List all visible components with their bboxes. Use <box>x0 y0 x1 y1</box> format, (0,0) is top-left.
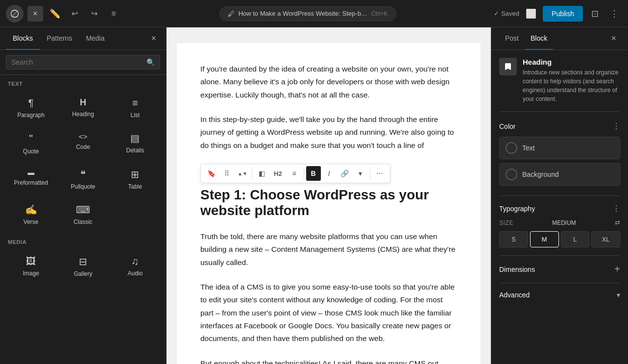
search-input-wrap: 🔍 <box>6 55 160 70</box>
heading-level-btn[interactable]: H2 <box>270 166 286 181</box>
align-text-btn[interactable]: ≡ <box>287 166 302 181</box>
undo-button[interactable]: ↩ <box>67 6 82 22</box>
pullquote-icon: ❝ <box>80 169 86 180</box>
more-options-dropdown[interactable]: ▾ <box>353 166 368 181</box>
size-adjust-button[interactable]: ⇄ <box>615 219 620 226</box>
quote-icon: " <box>29 132 33 145</box>
drag-handle-btn[interactable]: ⠿ <box>219 166 234 181</box>
search-input[interactable] <box>11 58 143 66</box>
block-code[interactable]: <> Code <box>58 126 108 161</box>
block-image[interactable]: 🖼 Image <box>6 250 56 283</box>
view-button[interactable]: ⬜ <box>523 6 539 22</box>
code-label: Code <box>76 144 90 150</box>
bookmark-icon <box>503 62 513 72</box>
paragraph-1[interactable]: If you're daunted by the idea of creatin… <box>200 63 457 101</box>
panel-close-button[interactable]: × <box>607 27 620 49</box>
heading-block-icon <box>499 58 517 75</box>
size-l-button[interactable]: L <box>561 231 590 247</box>
check-icon: ✓ <box>494 10 499 17</box>
toolbar-divider-3 <box>370 168 370 179</box>
block-list[interactable]: ≡ List <box>110 92 160 124</box>
options-button[interactable]: ⋮ <box>606 6 622 22</box>
content-inner: If you're daunted by the idea of creatin… <box>177 43 481 364</box>
tab-block[interactable]: Block <box>525 27 553 50</box>
bookmark-toolbar-btn[interactable]: 🔖 <box>204 166 218 181</box>
link-btn[interactable]: 🔗 <box>338 166 352 181</box>
tab-blocks[interactable]: Blocks <box>6 27 40 50</box>
paragraph-3[interactable]: Truth be told, there are many website pl… <box>200 230 457 269</box>
size-buttons: S M L XL <box>499 231 620 247</box>
size-value: MEDIUM <box>552 219 576 226</box>
list-view-button[interactable]: ≡ <box>106 6 121 22</box>
tab-media[interactable]: Media <box>79 27 111 50</box>
sidebar-tab-bar: Blocks Patterns Media × <box>0 27 166 50</box>
block-preformatted[interactable]: ▬ Preformatted <box>6 163 56 196</box>
block-audio[interactable]: ♫ Audio <box>110 250 160 283</box>
paragraph-2[interactable]: In this step-by-step guide, we'll take y… <box>200 113 457 152</box>
dimensions-add-button[interactable]: + <box>614 264 620 275</box>
advanced-collapse-button[interactable]: ▾ <box>617 291 620 299</box>
search-icon: 🔍 <box>146 58 155 66</box>
block-classic[interactable]: ⌨ Classic <box>58 198 108 231</box>
align-btn[interactable]: ◧ <box>254 166 269 181</box>
paragraph-4[interactable]: The idea of a CMS is to give you some ea… <box>200 281 457 345</box>
move-up-btn[interactable]: ▲▼ <box>235 166 250 181</box>
search-area: 🔍 <box>0 50 166 75</box>
dimensions-header[interactable]: Dimensions + <box>499 264 620 275</box>
bold-btn[interactable]: B <box>306 166 321 181</box>
tab-post[interactable]: Post <box>499 27 525 50</box>
gallery-icon: ⊟ <box>79 256 87 267</box>
block-table[interactable]: ⊞ Table <box>110 163 160 196</box>
size-m-button[interactable]: M <box>530 231 559 247</box>
paragraph-label: Paragraph <box>17 112 45 119</box>
advanced-section: Advanced ▾ <box>499 283 620 299</box>
size-s-button[interactable]: S <box>499 231 528 247</box>
text-color-circle <box>506 142 517 154</box>
block-details[interactable]: ▤ Details <box>110 126 160 161</box>
heading-block[interactable]: Step 1: Choose WordPress as your website… <box>200 187 457 218</box>
block-verse[interactable]: ✍ Verse <box>6 198 56 231</box>
block-toolbar: 🔖 ⠿ ▲▼ ◧ H2 ≡ B I 🔗 ▾ ⋯ <box>200 164 390 183</box>
color-options-button[interactable]: ⋮ <box>612 121 620 131</box>
italic-btn[interactable]: I <box>322 166 337 181</box>
publish-button[interactable]: Publish <box>543 6 583 22</box>
background-color-label: Background <box>522 170 559 178</box>
details-label: Details <box>126 147 144 154</box>
block-name: Heading <box>523 58 620 66</box>
dimensions-section: Dimensions + <box>499 255 620 275</box>
title-pill[interactable]: 🖊 How to Make a WordPress Website: Step-… <box>219 6 396 21</box>
table-label: Table <box>128 183 142 190</box>
typography-options-button[interactable]: ⋮ <box>612 204 620 213</box>
panel-content: Heading Introduce new sections and organ… <box>491 50 628 364</box>
block-heading[interactable]: H Heading <box>58 92 108 124</box>
tab-patterns[interactable]: Patterns <box>40 27 79 50</box>
preformatted-icon: ▬ <box>27 169 34 176</box>
sidebar-close-button[interactable]: × <box>147 31 160 46</box>
size-xl-button[interactable]: XL <box>591 231 620 247</box>
wordpress-logo[interactable] <box>6 5 24 23</box>
sidebar-toggle-button[interactable]: ⊡ <box>587 6 603 22</box>
block-paragraph[interactable]: ¶ Paragraph <box>6 92 56 124</box>
typography-section-title: Typography <box>499 205 535 213</box>
paragraph-5[interactable]: But enough about the technicalities! As … <box>200 357 457 364</box>
gallery-label: Gallery <box>73 270 92 277</box>
toolbar-divider-2 <box>304 168 304 179</box>
block-gallery[interactable]: ⊟ Gallery <box>58 250 108 283</box>
block-info-section: Heading Introduce new sections and organ… <box>499 58 620 112</box>
image-label: Image <box>23 270 39 277</box>
wp-logo-icon <box>10 9 20 19</box>
edit-icon-button[interactable]: ✏️ <box>47 6 63 22</box>
close-post-button[interactable]: × <box>27 6 43 22</box>
redo-button[interactable]: ↪ <box>86 6 102 22</box>
pullquote-label: Pullquote <box>71 183 95 190</box>
block-quote[interactable]: " Quote <box>6 126 56 161</box>
right-panel: Post Block × Heading Introduce new secti… <box>491 27 628 364</box>
block-pullquote[interactable]: ❝ Pullquote <box>58 163 108 196</box>
advanced-header[interactable]: Advanced ▾ <box>499 291 620 299</box>
block-description: Introduce new sections and organize cont… <box>523 68 620 103</box>
text-color-option[interactable]: Text <box>499 137 620 159</box>
typography-section-header: Typography ⋮ <box>499 204 620 213</box>
classic-icon: ⌨ <box>76 204 90 216</box>
background-color-option[interactable]: Background <box>499 163 620 186</box>
block-options-btn[interactable]: ⋯ <box>372 166 387 181</box>
